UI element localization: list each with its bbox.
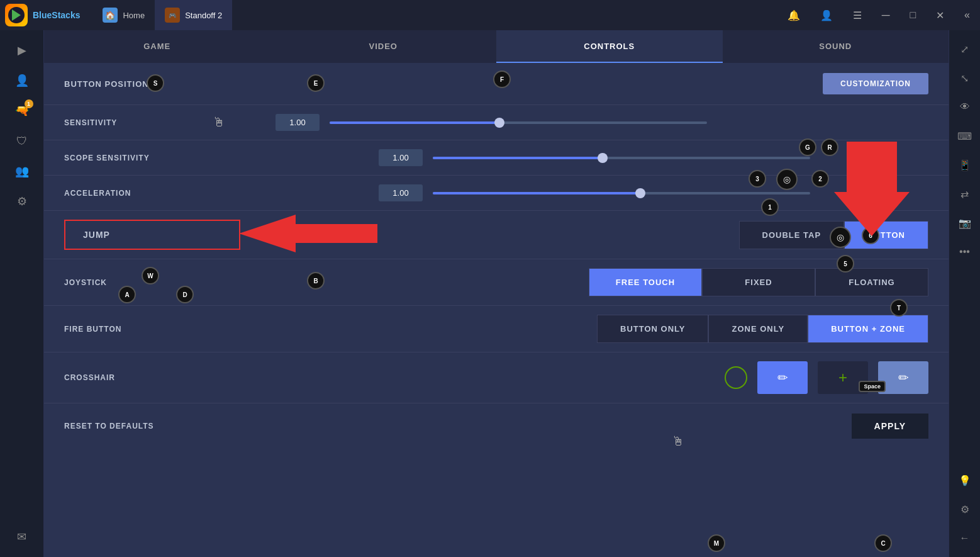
sidebar-shield-icon[interactable]: 🛡 (9, 128, 35, 154)
acceleration-thumb[interactable] (635, 188, 645, 198)
tab-video[interactable]: VIDEO (270, 30, 497, 63)
sidebar-group-icon[interactable]: 👥 (9, 159, 35, 184)
key-b-badge: B (307, 272, 325, 290)
scope-sensitivity-label: SCOPE SENSITIVITY (64, 154, 203, 162)
fire-option-buttononly[interactable]: BUTTON ONLY (597, 315, 708, 343)
right-more-icon[interactable]: ••• (954, 240, 976, 263)
game-icon: 🎮 (165, 8, 180, 23)
sidebar-user-icon[interactable]: 👤 (9, 68, 35, 93)
window-controls: 🔔 👤 ☰ ─ □ ✕ « (782, 6, 975, 25)
key-c-badge: C (874, 534, 892, 552)
settings-content: BUTTON POSITIONS CUSTOMIZATION SENSITIVI… (44, 63, 949, 557)
right-transfer-icon[interactable]: ⇄ (954, 183, 976, 205)
sensitivity-thumb[interactable] (494, 118, 504, 128)
key-f-badge: F (493, 70, 511, 88)
key-d-badge: D (176, 286, 194, 303)
sidebar-settings-icon[interactable]: ⚙ (9, 189, 35, 214)
scope-sensitivity-value: 1.00 (379, 149, 423, 166)
right-camera-icon[interactable]: 📷 (954, 211, 976, 234)
joystick-label: JOYSTICK (64, 278, 203, 287)
crosshair-row: CROSSHAIR F ✏ + ✏ (44, 352, 949, 403)
reset-row: RESET TO DEFAULTS M C APPLY (44, 403, 949, 449)
sensitivity-slider[interactable] (330, 121, 707, 124)
home-tab[interactable]: 🏠 Home (92, 0, 155, 30)
sensitivity-fill (330, 121, 499, 124)
sensitivity-row: SENSITIVITY 🖱 1.00 (44, 105, 949, 140)
right-back-icon[interactable]: ← (954, 527, 976, 549)
crosshair-edit-button[interactable]: ✏ (757, 361, 808, 394)
acceleration-value: 1.00 (379, 184, 423, 201)
content-area: GAME VIDEO CONTROLS SOUND BUTTON POSITIO… (44, 30, 949, 557)
jump-row: JUMP DOUBLE TAP BUTTON (44, 211, 949, 259)
sidebar-gun-icon[interactable]: 🔫 1 (9, 98, 35, 123)
bell-icon[interactable]: 🔔 (782, 7, 805, 24)
notification-badge: 1 (25, 99, 33, 108)
game-tab[interactable]: 🎮 Standoff 2 (155, 0, 232, 30)
red-arrow-down (834, 142, 910, 239)
title-bar: BlueStacks 🏠 Home 🎮 Standoff 2 🔔 👤 ☰ ─ □… (0, 0, 980, 30)
mouse-icon: 🖱 (213, 115, 225, 130)
tab-sound[interactable]: SOUND (723, 30, 949, 63)
right-gear-icon[interactable]: ⚙ (954, 498, 976, 520)
crosshair-label: CROSSHAIR (64, 373, 203, 382)
fire-button-row: FIRE BUTTON S E BUTTON ONLY ZONE ONLY BU… (44, 306, 949, 352)
sidebar-mail-icon[interactable]: ✉ (9, 524, 35, 549)
fire-option-zoneonly[interactable]: ZONE ONLY (708, 315, 808, 343)
user-icon[interactable]: 👤 (815, 7, 838, 24)
reset-label: RESET TO DEFAULTS (64, 422, 203, 430)
jump-option-doubletap[interactable]: DOUBLE TAP (739, 221, 845, 249)
key-e-badge: E (307, 74, 325, 92)
joystick-row: JOYSTICK W A D B FREE TOUCH FIXED FLOATI… (44, 259, 949, 306)
key-s-badge: S (147, 74, 164, 92)
minimize-button[interactable]: ─ (877, 6, 895, 25)
tabs-row: GAME VIDEO CONTROLS SOUND (44, 30, 949, 63)
svg-marker-2 (239, 215, 377, 252)
menu-icon[interactable]: ☰ (848, 7, 867, 24)
customization-button[interactable]: CUSTOMIZATION (823, 73, 928, 94)
left-sidebar: ▶ 👤 🔫 1 🛡 👥 ⚙ ✉ (0, 30, 44, 557)
sensitivity-slider-container: 1.00 (276, 114, 928, 131)
scope-sensitivity-slider[interactable] (433, 157, 810, 159)
svg-marker-3 (834, 142, 910, 236)
joystick-option-freetouch[interactable]: FREE TOUCH (589, 268, 702, 296)
acceleration-slider[interactable] (433, 192, 810, 194)
key-m-badge: M (708, 534, 725, 552)
joystick-option-floating[interactable]: FLOATING (815, 268, 928, 296)
right-phone-icon[interactable]: 📱 (954, 154, 976, 176)
red-arrow-left (239, 215, 377, 255)
scope-sensitivity-row: SCOPE SENSITIVITY 1.00 (44, 140, 949, 176)
bluestacks-logo (5, 4, 28, 26)
button-positions-label: BUTTON POSITIONS (64, 79, 823, 89)
close-button[interactable]: ✕ (931, 7, 949, 24)
right-bulb-icon[interactable]: 💡 (954, 469, 976, 492)
sensitivity-label: SENSITIVITY (64, 118, 203, 127)
key-w-badge: W (142, 267, 159, 284)
home-icon: 🏠 (103, 8, 118, 23)
apply-button[interactable]: APPLY (852, 414, 928, 439)
scope-sensitivity-fill (433, 157, 603, 159)
right-expand-icon[interactable]: ⤢ (954, 38, 976, 60)
fire-button-label: FIRE BUTTON (64, 325, 203, 334)
crosshair-add-button[interactable]: + (818, 361, 868, 394)
joystick-option-fixed[interactable]: FIXED (702, 268, 815, 296)
acceleration-label: ACCELERATION (64, 189, 203, 198)
bluestacks-title: BlueStacks (33, 10, 80, 20)
scope-sensitivity-thumb[interactable] (598, 153, 608, 163)
joystick-touch-options: FREE TOUCH FIXED FLOATING (589, 268, 928, 296)
tab-game[interactable]: GAME (44, 30, 270, 63)
jump-button[interactable]: JUMP (64, 220, 240, 250)
crosshair-edit2-button[interactable]: ✏ (878, 361, 928, 394)
maximize-button[interactable]: □ (905, 7, 921, 23)
tab-controls[interactable]: CONTROLS (496, 30, 723, 63)
key-a-badge: A (118, 286, 136, 303)
right-sidebar: ⤢ ⤡ 👁 ⌨ 📱 ⇄ 📷 ••• 💡 ⚙ ← (949, 30, 980, 557)
main-layout: ▶ 👤 🔫 1 🛡 👥 ⚙ ✉ GAME VIDEO CONTROLS SOUN… (0, 30, 980, 557)
right-eye-icon[interactable]: 👁 (954, 96, 976, 118)
acceleration-fill (433, 192, 640, 194)
right-shrink-icon[interactable]: ⤡ (954, 67, 976, 89)
right-keyboard-icon[interactable]: ⌨ (954, 125, 976, 147)
crosshair-controls: ✏ + ✏ (725, 361, 928, 394)
fire-option-buttonzone[interactable]: BUTTON + ZONE (808, 315, 928, 343)
expand-left-icon[interactable]: « (959, 7, 975, 23)
sidebar-play-icon[interactable]: ▶ (9, 38, 35, 63)
